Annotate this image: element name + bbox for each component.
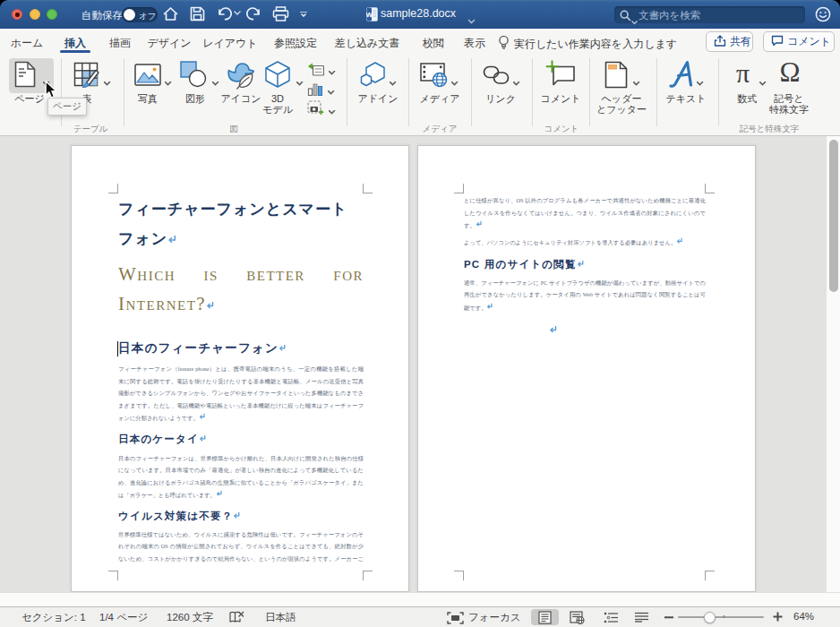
body-line[interactable]: 日本のフィーチャーフォンは、世界標準からかけ離れた、日本人向けに開発された独自の… (118, 454, 364, 463)
doc-subtitle-line[interactable]: Internet? (118, 294, 364, 314)
search-scope-chevron-icon[interactable] (631, 13, 638, 29)
screenshot-button[interactable] (307, 100, 336, 119)
tab-home[interactable]: ホーム (10, 34, 45, 53)
header-footer-label: ヘッダーとフッター (596, 93, 647, 115)
doc-subtitle-line[interactable]: Which is better for (118, 264, 364, 286)
document-page-1[interactable]: フィーチャーフォンとスマート フォン Which is better for I… (71, 145, 409, 592)
tab-review[interactable]: 校閲 (422, 34, 445, 53)
doc-heading[interactable]: ウイルス対策は不要？ (118, 511, 364, 521)
web-layout-icon[interactable] (570, 611, 585, 624)
crop-mark (454, 571, 464, 580)
zoom-out-icon[interactable] (664, 616, 673, 619)
group-separator (532, 58, 533, 126)
feedback-smiley-icon[interactable] (815, 6, 831, 26)
close-button[interactable] (12, 9, 22, 20)
body-line[interactable]: 末に関する総称です。電話を掛けたり受けたりする基本機能と電話帳、メールの送受信と… (118, 377, 364, 386)
draft-view-icon[interactable] (634, 612, 649, 623)
body-line[interactable]: よって、パソコンのようにセキュリティ対策ソフトを導入する必要はありません。 (464, 237, 706, 246)
paragraph-mark-icon (486, 303, 493, 310)
assistant-hint: 実行したい作業内容を入力します (514, 37, 677, 52)
body-line[interactable]: 世界標準仕様ではないため、ウイルスに感染する危険性は低いです。フィーチャーフォン… (118, 530, 364, 539)
body-line[interactable]: 通常、フィーチャーフォンに PC サイトブラウザの機能が備わっていますが、動画サ… (464, 279, 706, 288)
status-section[interactable]: セクション: 1 (21, 611, 86, 624)
tab-view[interactable]: 表示 (463, 34, 486, 53)
document-title[interactable]: sample28.docx (381, 7, 456, 20)
status-language[interactable]: 日本語 (265, 611, 296, 624)
photo-chevron-icon[interactable] (165, 73, 172, 90)
autosave-toggle[interactable]: オフ (122, 7, 158, 22)
doc-title-line[interactable]: フィーチャーフォンとスマート (118, 201, 364, 218)
body-line[interactable]: す。 (464, 220, 706, 229)
crop-mark (108, 184, 118, 193)
vertical-scrollbar[interactable] (826, 136, 840, 592)
body-line[interactable]: まざまです。ただし、電話機能や電話帳といった基本機能だけに絞った端末はフィーチャ… (118, 401, 364, 410)
chart-chevron-icon[interactable] (328, 82, 335, 99)
body-line[interactable]: 再生ができなかったりします。ケータイ用の Web サイトであれば問題なく閲覧する… (464, 290, 706, 299)
crop-mark (454, 184, 464, 193)
zoom-button[interactable] (47, 9, 57, 20)
tab-mailings[interactable]: 差し込み文書 (334, 34, 401, 53)
table-chevron-icon[interactable] (104, 73, 111, 90)
document-page-2[interactable]: とに仕様が異なり、OS 以外のプログラムも各メーカーで共通性がないため機種ごとに… (417, 145, 756, 592)
body-line[interactable]: になっています。日本市場でのみ「最適化」が著しい独自の進化によって多機能化してい… (118, 466, 364, 475)
3d-model-chevron-icon[interactable] (296, 73, 304, 90)
shapes-chevron-icon[interactable] (212, 73, 219, 90)
body-line[interactable]: とに仕様が異なり、OS 以外のプログラムも各メーカーで共通性がないため機種ごとに… (464, 196, 706, 205)
doc-heading[interactable]: 日本のフィーチャーフォン (118, 341, 364, 356)
zoom-slider-thumb[interactable] (704, 612, 716, 623)
addins-chevron-icon[interactable] (390, 73, 397, 90)
chart-button[interactable] (307, 82, 335, 99)
document-canvas: フィーチャーフォンとスマート フォン Which is better for I… (0, 136, 840, 592)
minimize-button[interactable] (30, 9, 40, 20)
redo-icon[interactable] (245, 6, 261, 22)
body-line[interactable]: れぞれの端末の OS の情報が公開されておらず、ウイルスを作ることはできても、絶… (118, 542, 364, 551)
zoom-slider-track[interactable] (678, 616, 764, 618)
share-button[interactable]: 共有 (706, 31, 753, 52)
body-line[interactable]: め、進化論におけるガラパゴス諸島の生態系に似ていることから「ガラパゴスケータイ」… (118, 478, 364, 487)
zoom-percentage[interactable]: 64% (793, 611, 814, 622)
comments-button[interactable]: コメント (763, 31, 835, 52)
body-line[interactable]: 撮影ができるシンプルフォンから、ワンセグやおサイフケータイといった多機能なものま… (118, 389, 364, 398)
body-line[interactable]: したウイルスを作らなくてはいけません。つまり、ウイルス作成者の対象にされにくいの… (464, 209, 706, 218)
smartart-chevron-icon[interactable] (329, 63, 336, 79)
quick-access-chevron-icon[interactable] (299, 12, 315, 28)
header-footer-icon (604, 61, 628, 89)
outline-view-icon[interactable] (604, 612, 619, 623)
addins-label: アドイン (357, 93, 398, 104)
focus-label[interactable]: フォーカス (468, 611, 521, 624)
status-wordcount[interactable]: 1260 文字 (167, 611, 213, 624)
title-chevron-icon[interactable] (467, 12, 476, 28)
print-icon[interactable] (272, 6, 288, 22)
zoom-in-icon[interactable] (773, 612, 783, 622)
paragraph-mark-icon (476, 220, 483, 228)
doc-title-line[interactable]: フォン (118, 230, 364, 247)
status-page[interactable]: 1/4 ページ (99, 611, 148, 624)
home-icon[interactable] (163, 6, 179, 22)
tab-layout[interactable]: レイアウト (201, 34, 258, 53)
link-chevron-icon[interactable] (513, 73, 520, 90)
horizontal-scrollbar[interactable] (0, 592, 840, 606)
body-line[interactable]: 能です。 (464, 303, 706, 312)
smartart-button[interactable] (307, 62, 336, 80)
focus-icon[interactable] (447, 612, 464, 624)
equation-chevron-icon[interactable] (759, 73, 767, 90)
media-chevron-icon[interactable] (451, 73, 459, 90)
tell-me-assistant[interactable]: 実行したい作業内容を入力します (498, 35, 677, 53)
search-input[interactable]: 文書内を検索 (614, 6, 805, 23)
header-footer-chevron-icon[interactable] (633, 73, 640, 90)
body-line[interactable]: は「ガラケー」とも呼ばれています。 (118, 490, 364, 499)
text-chevron-icon[interactable] (697, 73, 704, 90)
screenshot-chevron-icon[interactable] (329, 102, 336, 118)
vertical-scrollbar-thumb[interactable] (829, 140, 838, 292)
body-line[interactable]: フィーチャーフォン（feature phone）とは、携帯電話の端末のうち、一定… (118, 365, 364, 374)
doc-heading[interactable]: 日本のケータイ (118, 434, 364, 444)
body-line[interactable]: ォンに分類されないようです。 (118, 413, 364, 422)
doc-heading[interactable]: PC 用のサイトの閲覧 (464, 259, 706, 270)
proofing-icon[interactable] (229, 611, 244, 623)
save-icon[interactable] (190, 6, 206, 22)
undo-icon[interactable] (217, 6, 233, 22)
tab-draw[interactable]: 描画 (108, 34, 132, 53)
body-line[interactable]: ないため、コストがかかりすぎるので結局作らない、というのが現状のようです。メーカ… (118, 554, 364, 563)
tab-references[interactable]: 参照設定 (273, 34, 318, 53)
tab-design[interactable]: デザイン (146, 34, 192, 53)
